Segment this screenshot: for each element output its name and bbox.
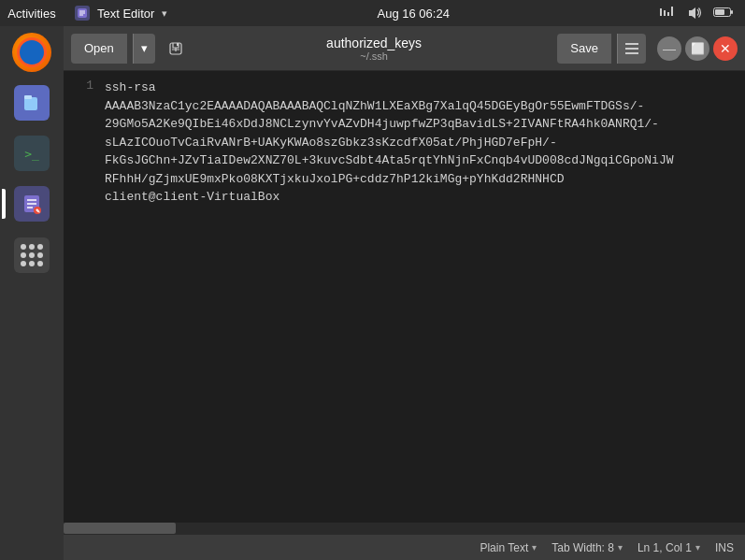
sidebar-item-firefox[interactable]: [9, 30, 54, 75]
menu-button[interactable]: [617, 34, 646, 64]
plain-text-dropdown-icon: ▾: [532, 542, 537, 553]
audio-icon[interactable]: [687, 6, 702, 22]
svg-rect-17: [715, 9, 724, 15]
scrollbar-thumb[interactable]: [64, 523, 176, 534]
top-bar-right: [659, 6, 734, 22]
window-controls: — ⬜ ✕: [657, 36, 738, 61]
hamburger-icon: [625, 43, 638, 54]
tab-width-dropdown-icon: ▾: [618, 542, 623, 553]
top-bar-left: Text Editor ▾: [75, 6, 167, 21]
open-dropdown-icon: ▾: [141, 41, 148, 55]
sidebar-item-files[interactable]: [9, 80, 54, 125]
close-button[interactable]: ✕: [713, 36, 738, 61]
editor-content[interactable]: ssh-rsa AAAAB3NzaC1yc2EAAAADAQABAAABAQCl…: [97, 71, 745, 523]
plain-text-selector[interactable]: Plain Text ▾: [480, 541, 537, 554]
sidebar-apps-grid-button[interactable]: [14, 237, 50, 273]
sidebar: Activities >_: [0, 0, 64, 560]
top-bar-datetime: Aug 16 06:24: [378, 7, 450, 21]
save-to-new-button[interactable]: [161, 34, 191, 64]
status-bar: Plain Text ▾ Tab Width: 8 ▾ Ln 1, Col 1 …: [64, 534, 745, 560]
svg-rect-20: [177, 43, 179, 46]
cursor-position-dropdown-icon: ▾: [695, 542, 700, 553]
ins-mode-label: INS: [715, 541, 734, 554]
files-icon: [14, 85, 50, 121]
maximize-button[interactable]: ⬜: [685, 36, 709, 61]
svg-rect-15: [671, 7, 673, 16]
sidebar-item-terminal[interactable]: >_: [9, 131, 54, 176]
open-button[interactable]: Open: [71, 34, 127, 64]
svg-rect-18: [731, 10, 733, 14]
status-bar-right: Plain Text ▾ Tab Width: 8 ▾ Ln 1, Col 1 …: [480, 541, 734, 554]
apps-grid-icon: [21, 244, 43, 266]
app-icon-small: [75, 6, 90, 21]
file-path-label: ~/.ssh: [360, 50, 388, 62]
svg-rect-0: [24, 97, 37, 110]
app-dropdown-icon[interactable]: ▾: [162, 7, 167, 20]
editor-area: 1 ssh-rsa AAAAB3NzaC1yc2EAAAADAQABAAABAQ…: [64, 71, 745, 523]
file-title-area: authorized_keys ~/.ssh: [326, 36, 422, 62]
line-numbers: 1: [64, 71, 97, 523]
svg-rect-14: [667, 12, 669, 16]
tab-width-label: Tab Width: 8: [552, 541, 614, 554]
top-bar: Text Editor ▾ Aug 16 06:24: [64, 0, 745, 26]
file-name-label: authorized_keys: [326, 36, 422, 50]
sidebar-icons: >_ ✎: [0, 26, 64, 282]
tab-width-selector[interactable]: Tab Width: 8 ▾: [552, 541, 623, 554]
battery-icon: [713, 6, 734, 21]
toolbar: Open ▾ authorized_keys ~/.ssh Save: [64, 26, 745, 71]
cursor-position-selector[interactable]: Ln 1, Col 1 ▾: [638, 541, 700, 554]
line-number-1: 1: [71, 79, 93, 93]
sidebar-item-texteditor[interactable]: ✎: [9, 181, 54, 226]
texteditor-app-icon: ✎: [14, 186, 50, 222]
sidebar-top-bar: Activities: [0, 0, 64, 26]
svg-rect-1: [24, 95, 32, 99]
minimize-button[interactable]: —: [657, 36, 681, 61]
ins-label: INS: [715, 541, 734, 554]
network-icon: [659, 6, 676, 22]
firefox-icon: [12, 33, 51, 72]
plain-text-label: Plain Text: [480, 541, 528, 554]
svg-rect-13: [664, 10, 666, 16]
svg-rect-12: [660, 8, 662, 16]
app-title-label: Text Editor: [97, 7, 154, 21]
activities-button[interactable]: Activities: [2, 0, 61, 26]
svg-text:✎: ✎: [36, 208, 40, 214]
main-area: Text Editor ▾ Aug 16 06:24: [64, 0, 745, 560]
cursor-position-label: Ln 1, Col 1: [638, 541, 692, 554]
terminal-icon: >_: [14, 136, 50, 171]
horizontal-scrollbar[interactable]: [64, 523, 745, 534]
save-button[interactable]: Save: [557, 34, 611, 64]
open-dropdown-button[interactable]: ▾: [133, 34, 155, 64]
